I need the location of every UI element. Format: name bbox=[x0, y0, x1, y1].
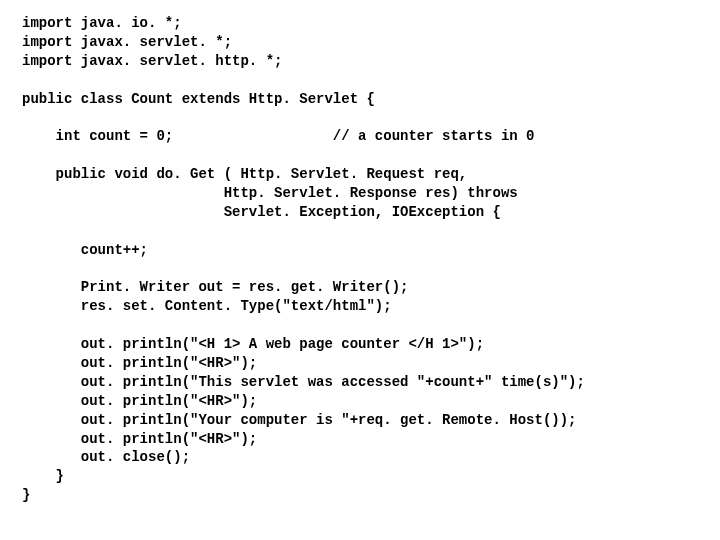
code-line: out. println("Your computer is "+req. ge… bbox=[22, 412, 577, 428]
code-line: int count = 0; // a counter starts in 0 bbox=[22, 128, 534, 144]
code-line: out. println("This servlet was accessed … bbox=[22, 374, 585, 390]
code-line: Http. Servlet. Response res) throws bbox=[22, 185, 518, 201]
code-line: out. println("<H 1> A web page counter <… bbox=[22, 336, 484, 352]
code-line: import javax. servlet. *; bbox=[22, 34, 232, 50]
code-line: public class Count extends Http. Servlet… bbox=[22, 91, 375, 107]
code-line: import java. io. *; bbox=[22, 15, 182, 31]
code-line: } bbox=[22, 487, 30, 503]
code-line: public void do. Get ( Http. Servlet. Req… bbox=[22, 166, 467, 182]
code-line: Servlet. Exception, IOException { bbox=[22, 204, 501, 220]
code-line: count++; bbox=[22, 242, 148, 258]
code-line: out. close(); bbox=[22, 449, 190, 465]
code-line: import javax. servlet. http. *; bbox=[22, 53, 282, 69]
code-line: res. set. Content. Type("text/html"); bbox=[22, 298, 392, 314]
code-line: } bbox=[22, 468, 64, 484]
code-line: Print. Writer out = res. get. Writer(); bbox=[22, 279, 408, 295]
code-line: out. println("<HR>"); bbox=[22, 393, 257, 409]
code-line: out. println("<HR>"); bbox=[22, 431, 257, 447]
code-line: out. println("<HR>"); bbox=[22, 355, 257, 371]
code-block: import java. io. *; import javax. servle… bbox=[0, 0, 720, 519]
